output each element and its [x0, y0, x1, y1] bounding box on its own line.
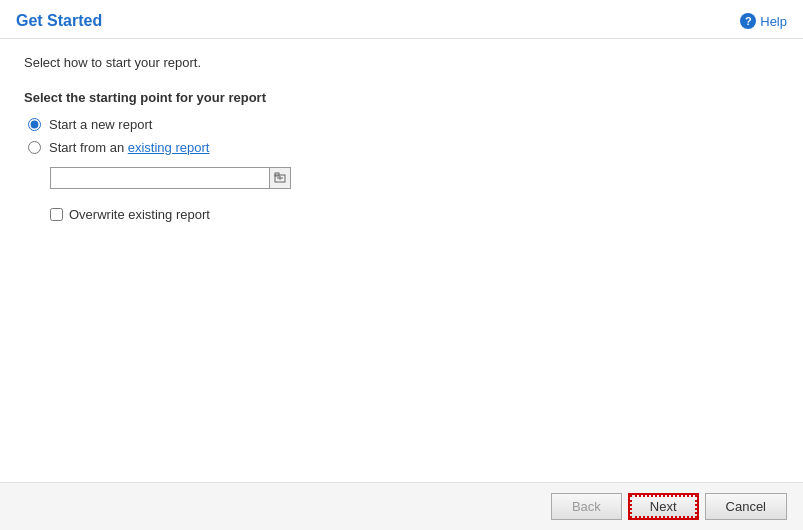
existing-report-input[interactable]	[50, 167, 270, 189]
help-link[interactable]: ? Help	[740, 13, 787, 29]
browse-icon	[274, 172, 286, 184]
browse-button[interactable]	[269, 167, 291, 189]
back-button[interactable]: Back	[551, 493, 622, 520]
existing-report-label: Start from an existing report	[49, 140, 209, 155]
main-content: Select how to start your report. Select …	[0, 39, 803, 482]
header: Get Started ? Help	[0, 0, 803, 39]
new-report-label: Start a new report	[49, 117, 152, 132]
overwrite-checkbox[interactable]	[50, 208, 63, 221]
new-report-radio[interactable]	[28, 118, 41, 131]
help-label: Help	[760, 14, 787, 29]
new-report-option[interactable]: Start a new report	[28, 117, 779, 132]
overwrite-label: Overwrite existing report	[69, 207, 210, 222]
option-group: Start a new report Start from an existin…	[28, 117, 779, 222]
existing-report-radio[interactable]	[28, 141, 41, 154]
existing-report-input-row	[50, 167, 779, 189]
existing-report-option[interactable]: Start from an existing report	[28, 140, 779, 155]
subtitle-text: Select how to start your report.	[24, 55, 779, 70]
section-label: Select the starting point for your repor…	[24, 90, 779, 105]
overwrite-option[interactable]: Overwrite existing report	[50, 207, 779, 222]
next-button[interactable]: Next	[628, 493, 699, 520]
page-title: Get Started	[16, 12, 102, 30]
page-container: Get Started ? Help Select how to start y…	[0, 0, 803, 530]
help-icon: ?	[740, 13, 756, 29]
footer: Back Next Cancel	[0, 482, 803, 530]
cancel-button[interactable]: Cancel	[705, 493, 787, 520]
